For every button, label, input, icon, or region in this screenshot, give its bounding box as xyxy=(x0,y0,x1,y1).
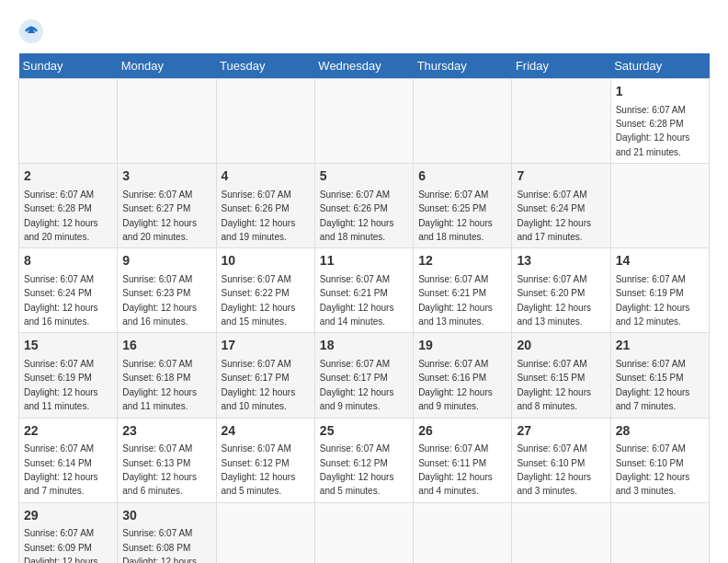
calendar-cell: 29 Sunrise: 6:07 AMSunset: 6:09 PMDaylig… xyxy=(19,502,118,563)
header-tuesday: Tuesday xyxy=(216,53,314,79)
day-number: 12 xyxy=(418,252,506,270)
weekday-header-row: Sunday Monday Tuesday Wednesday Thursday… xyxy=(19,53,710,79)
calendar-cell xyxy=(512,502,610,563)
header-saturday: Saturday xyxy=(610,53,709,79)
day-info: Sunrise: 6:07 AMSunset: 6:19 PMDaylight:… xyxy=(616,274,690,327)
day-info: Sunrise: 6:07 AMSunset: 6:08 PMDaylight:… xyxy=(122,528,197,563)
calendar-cell: 16 Sunrise: 6:07 AMSunset: 6:18 PMDaylig… xyxy=(118,333,216,418)
day-number: 22 xyxy=(24,422,112,441)
day-info: Sunrise: 6:07 AMSunset: 6:12 PMDaylight:… xyxy=(222,443,296,496)
calendar-cell xyxy=(414,79,512,164)
day-info: Sunrise: 6:07 AMSunset: 6:22 PMDaylight:… xyxy=(222,274,296,327)
day-number: 16 xyxy=(122,337,210,355)
calendar-cell xyxy=(610,164,709,248)
calendar-cell: 8 Sunrise: 6:07 AMSunset: 6:24 PMDayligh… xyxy=(19,248,118,333)
day-number: 28 xyxy=(616,422,704,441)
calendar-cell: 21 Sunrise: 6:07 AMSunset: 6:15 PMDaylig… xyxy=(610,333,709,418)
day-number: 21 xyxy=(616,337,704,355)
day-info: Sunrise: 6:07 AMSunset: 6:25 PMDaylight:… xyxy=(418,190,493,242)
day-number: 19 xyxy=(418,337,506,355)
day-info: Sunrise: 6:07 AMSunset: 6:24 PMDaylight:… xyxy=(24,274,98,327)
day-number: 14 xyxy=(616,252,704,270)
day-number: 27 xyxy=(517,422,605,441)
day-number: 9 xyxy=(122,252,210,270)
day-info: Sunrise: 6:07 AMSunset: 6:15 PMDaylight:… xyxy=(517,359,591,411)
day-info: Sunrise: 6:07 AMSunset: 6:26 PMDaylight:… xyxy=(222,190,296,242)
day-info: Sunrise: 6:07 AMSunset: 6:19 PMDaylight:… xyxy=(24,359,98,411)
calendar-week-row: 22 Sunrise: 6:07 AMSunset: 6:14 PMDaylig… xyxy=(19,418,710,502)
calendar-cell: 4 Sunrise: 6:07 AMSunset: 6:26 PMDayligh… xyxy=(216,164,314,248)
day-info: Sunrise: 6:07 AMSunset: 6:13 PMDaylight:… xyxy=(122,443,197,496)
calendar-cell: 23 Sunrise: 6:07 AMSunset: 6:13 PMDaylig… xyxy=(118,418,216,502)
logo-icon xyxy=(18,18,44,44)
day-number: 20 xyxy=(517,337,605,355)
calendar-cell: 11 Sunrise: 6:07 AMSunset: 6:21 PMDaylig… xyxy=(314,248,413,333)
calendar-cell xyxy=(314,79,413,164)
header-thursday: Thursday xyxy=(414,53,512,79)
calendar-cell xyxy=(314,502,413,563)
calendar-cell: 26 Sunrise: 6:07 AMSunset: 6:11 PMDaylig… xyxy=(414,418,512,502)
day-info: Sunrise: 6:07 AMSunset: 6:11 PMDaylight:… xyxy=(418,443,493,496)
calendar-cell xyxy=(19,79,118,164)
day-number: 15 xyxy=(24,337,112,355)
calendar-week-row: 2 Sunrise: 6:07 AMSunset: 6:28 PMDayligh… xyxy=(19,164,710,248)
calendar-cell xyxy=(414,502,512,563)
calendar-cell: 12 Sunrise: 6:07 AMSunset: 6:21 PMDaylig… xyxy=(414,248,512,333)
calendar-cell: 7 Sunrise: 6:07 AMSunset: 6:24 PMDayligh… xyxy=(512,164,610,248)
day-number: 13 xyxy=(517,252,605,270)
day-number: 26 xyxy=(418,422,506,441)
header-sunday: Sunday xyxy=(19,53,118,79)
calendar-cell xyxy=(118,79,216,164)
day-info: Sunrise: 6:07 AMSunset: 6:23 PMDaylight:… xyxy=(122,274,197,327)
calendar-cell xyxy=(512,79,610,164)
header-wednesday: Wednesday xyxy=(314,53,413,79)
day-info: Sunrise: 6:07 AMSunset: 6:12 PMDaylight:… xyxy=(320,443,394,496)
calendar-cell: 13 Sunrise: 6:07 AMSunset: 6:20 PMDaylig… xyxy=(512,248,610,333)
day-number: 8 xyxy=(24,252,112,270)
calendar-cell: 2 Sunrise: 6:07 AMSunset: 6:28 PMDayligh… xyxy=(19,164,118,248)
day-number: 10 xyxy=(222,252,310,270)
day-info: Sunrise: 6:07 AMSunset: 6:17 PMDaylight:… xyxy=(222,359,296,411)
day-number: 18 xyxy=(320,337,408,355)
calendar-cell: 18 Sunrise: 6:07 AMSunset: 6:17 PMDaylig… xyxy=(314,333,413,418)
calendar-cell: 20 Sunrise: 6:07 AMSunset: 6:15 PMDaylig… xyxy=(512,333,610,418)
calendar-cell: 15 Sunrise: 6:07 AMSunset: 6:19 PMDaylig… xyxy=(19,333,118,418)
calendar-cell: 28 Sunrise: 6:07 AMSunset: 6:10 PMDaylig… xyxy=(610,418,709,502)
day-number: 1 xyxy=(616,83,704,101)
day-info: Sunrise: 6:07 AMSunset: 6:26 PMDaylight:… xyxy=(320,190,394,242)
calendar-cell: 25 Sunrise: 6:07 AMSunset: 6:12 PMDaylig… xyxy=(314,418,413,502)
logo xyxy=(18,18,48,44)
day-number: 17 xyxy=(222,337,310,355)
day-info: Sunrise: 6:07 AMSunset: 6:20 PMDaylight:… xyxy=(517,274,591,327)
day-number: 4 xyxy=(222,167,310,186)
day-info: Sunrise: 6:07 AMSunset: 6:21 PMDaylight:… xyxy=(418,274,493,327)
day-info: Sunrise: 6:07 AMSunset: 6:28 PMDaylight:… xyxy=(616,105,690,157)
day-number: 2 xyxy=(24,167,112,186)
calendar-cell: 6 Sunrise: 6:07 AMSunset: 6:25 PMDayligh… xyxy=(414,164,512,248)
day-info: Sunrise: 6:07 AMSunset: 6:18 PMDaylight:… xyxy=(122,359,197,411)
day-number: 30 xyxy=(122,507,210,525)
header-monday: Monday xyxy=(118,53,216,79)
calendar-week-row: 1 Sunrise: 6:07 AMSunset: 6:28 PMDayligh… xyxy=(19,79,710,164)
day-info: Sunrise: 6:07 AMSunset: 6:10 PMDaylight:… xyxy=(517,443,591,496)
calendar-cell: 14 Sunrise: 6:07 AMSunset: 6:19 PMDaylig… xyxy=(610,248,709,333)
day-info: Sunrise: 6:07 AMSunset: 6:21 PMDaylight:… xyxy=(320,274,394,327)
calendar-cell: 5 Sunrise: 6:07 AMSunset: 6:26 PMDayligh… xyxy=(314,164,413,248)
calendar-cell xyxy=(216,79,314,164)
day-number: 29 xyxy=(24,507,112,525)
calendar-cell: 22 Sunrise: 6:07 AMSunset: 6:14 PMDaylig… xyxy=(19,418,118,502)
calendar-cell: 1 Sunrise: 6:07 AMSunset: 6:28 PMDayligh… xyxy=(610,79,709,164)
day-info: Sunrise: 6:07 AMSunset: 6:09 PMDaylight:… xyxy=(24,528,98,563)
day-info: Sunrise: 6:07 AMSunset: 6:14 PMDaylight:… xyxy=(24,443,98,496)
calendar-cell xyxy=(216,502,314,563)
day-number: 24 xyxy=(222,422,310,441)
calendar-cell: 3 Sunrise: 6:07 AMSunset: 6:27 PMDayligh… xyxy=(118,164,216,248)
day-info: Sunrise: 6:07 AMSunset: 6:17 PMDaylight:… xyxy=(320,359,394,411)
day-number: 25 xyxy=(320,422,408,441)
day-number: 23 xyxy=(122,422,210,441)
header-friday: Friday xyxy=(512,53,610,79)
calendar-cell: 10 Sunrise: 6:07 AMSunset: 6:22 PMDaylig… xyxy=(216,248,314,333)
calendar-cell xyxy=(610,502,709,563)
calendar-week-row: 15 Sunrise: 6:07 AMSunset: 6:19 PMDaylig… xyxy=(19,333,710,418)
header xyxy=(18,18,710,44)
